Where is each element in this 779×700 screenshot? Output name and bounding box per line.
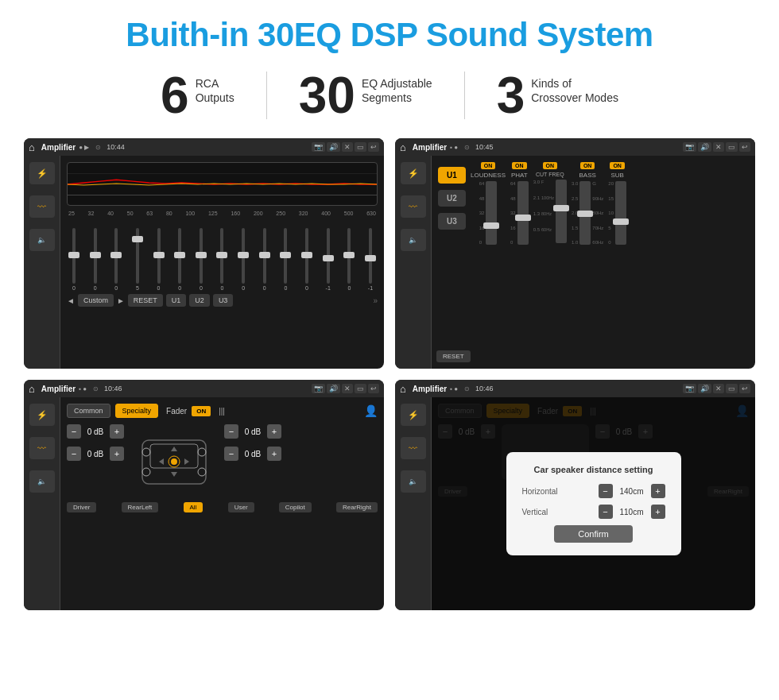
crossover-sidebar: ⚡ 〰 🔈 — [395, 156, 432, 369]
fader-pin: ⊙ — [93, 385, 99, 393]
all-btn[interactable]: All — [184, 502, 203, 512]
driver-btn[interactable]: Driver — [67, 502, 96, 512]
sub-slider[interactable] — [615, 181, 626, 245]
eq-slider-3[interactable]: 0 — [109, 228, 123, 291]
eq-slider-1[interactable]: 0 — [67, 228, 81, 291]
vertical-label: Vertical — [522, 508, 548, 516]
crossover-inner: U1 U2 U3 ON LOUDNESS 644832160 — [438, 162, 749, 362]
eq-next-arrow[interactable]: ► — [117, 296, 125, 305]
rearright-btn[interactable]: RearRight — [336, 502, 378, 512]
vertical-plus[interactable]: + — [651, 505, 665, 519]
cr-wave-btn[interactable]: 〰 — [401, 195, 426, 218]
dlg-back-icon: ↩ — [739, 384, 750, 393]
phat-slider[interactable] — [517, 181, 529, 245]
cutfreq-slider[interactable] — [556, 180, 567, 243]
dialog-layout: ⚡ 〰 🔈 Common Specialty Fader ON ||| 👤 — [395, 397, 755, 610]
vertical-control: − 110cm + — [599, 505, 665, 519]
eq-slider-13[interactable]: -1 — [321, 228, 335, 291]
eq-slider-12[interactable]: 0 — [300, 228, 314, 291]
eq-slider-8[interactable]: 0 — [215, 228, 229, 291]
loudness-slider[interactable] — [486, 181, 497, 245]
db4-plus[interactable]: + — [267, 447, 281, 461]
dialog-status-bar: ⌂ Amplifier ▪ ● ⊙ 10:46 📷 🔊 ✕ ▭ ↩ — [395, 380, 755, 397]
dialog-app-name: Amplifier — [413, 385, 447, 393]
eq-slider-2[interactable]: 0 — [88, 228, 103, 291]
db1-plus[interactable]: + — [110, 424, 124, 439]
dlg-close-icon: ✕ — [713, 384, 724, 393]
u3-btn[interactable]: U3 — [438, 213, 466, 230]
stats-row: 6 RCAOutputs 30 EQ AdjustableSegments 3 … — [24, 70, 755, 121]
eq-screen: ⌂ Amplifier ● ▶ ⊙ 10:44 📷 🔊 ✕ ▭ ↩ ⚡ 〰 🔈 — [24, 138, 384, 369]
copilot-btn[interactable]: Copilot — [279, 502, 312, 512]
eq-custom-btn[interactable]: Custom — [78, 294, 114, 307]
vertical-value: 110cm — [616, 508, 648, 516]
confirm-button[interactable]: Confirm — [554, 525, 633, 543]
window-icon: ▭ — [355, 142, 366, 152]
eq-filter-btn[interactable]: ⚡ — [29, 162, 55, 184]
bass-slider[interactable] — [579, 181, 591, 245]
db4-minus[interactable]: − — [224, 447, 238, 461]
eq-slider-10[interactable]: 0 — [258, 228, 272, 291]
db1-minus[interactable]: − — [67, 424, 81, 439]
dlg-filter-btn[interactable]: ⚡ — [401, 404, 426, 426]
crossover-reset-btn[interactable]: RESET — [436, 350, 471, 362]
eq-slider-15[interactable]: -1 — [363, 228, 378, 291]
crossover-top-icons: 📷 🔊 ✕ ▭ ↩ — [683, 142, 750, 152]
cr-speaker-btn[interactable]: 🔈 — [401, 229, 426, 251]
rearleft-btn[interactable]: RearLeft — [122, 502, 159, 512]
eq-slider-6[interactable]: 0 — [172, 228, 187, 291]
fader-on-toggle[interactable]: ON — [192, 406, 211, 416]
fader-label: Fader — [166, 407, 187, 416]
eq-slider-4[interactable]: 5 — [130, 228, 145, 291]
db2-plus[interactable]: + — [110, 447, 124, 461]
fd-speaker-btn[interactable]: 🔈 — [29, 470, 55, 493]
cr-filter-btn[interactable]: ⚡ — [401, 162, 426, 184]
svg-point-7 — [142, 468, 150, 476]
eq-slider-7[interactable]: 0 — [194, 228, 208, 291]
horizontal-plus[interactable]: + — [651, 484, 665, 498]
fader-mode-icons: ▪ ● — [79, 385, 87, 393]
common-tab[interactable]: Common — [67, 404, 110, 418]
cutfreq-group: ON CUT FREQ 3.02.11.30.5 F100Hz80Hz60Hz — [533, 162, 567, 362]
eq-slider-14[interactable]: 0 — [342, 228, 356, 291]
db3-minus[interactable]: − — [224, 424, 238, 439]
crossover-layout: ⚡ 〰 🔈 U1 U2 U3 — [395, 156, 755, 369]
vertical-minus[interactable]: − — [599, 505, 613, 519]
eq-u1-btn[interactable]: U1 — [166, 294, 187, 307]
dlg-wave-btn[interactable]: 〰 — [401, 437, 426, 459]
specialty-tab[interactable]: Specialty — [115, 404, 159, 418]
eq-slider-9[interactable]: 0 — [236, 228, 250, 291]
fd-filter-btn[interactable]: ⚡ — [29, 404, 55, 426]
eq-u3-btn[interactable]: U3 — [213, 294, 234, 307]
eq-reset-btn[interactable]: RESET — [128, 294, 163, 307]
eq-prev-arrow[interactable]: ◄ — [67, 296, 75, 305]
fader-sidebar: ⚡ 〰 🔈 — [24, 397, 60, 610]
crossover-screen: ⌂ Amplifier ▪ ● ⊙ 10:45 📷 🔊 ✕ ▭ ↩ ⚡ 〰 🔈 — [395, 138, 755, 369]
cr-back-icon: ↩ — [739, 142, 750, 152]
dialog-top-icons: 📷 🔊 ✕ ▭ ↩ — [683, 384, 750, 393]
db3-plus[interactable]: + — [267, 424, 281, 439]
eq-speaker-btn[interactable]: 🔈 — [29, 229, 55, 251]
stat-eq-number: 30 — [299, 70, 355, 121]
eq-mode-icons: ● ▶ — [79, 144, 89, 151]
crossover-status-bar: ⌂ Amplifier ▪ ● ⊙ 10:45 📷 🔊 ✕ ▭ ↩ — [395, 138, 755, 156]
eq-slider-11[interactable]: 0 — [278, 228, 293, 291]
svg-point-5 — [142, 448, 150, 456]
eq-u2-btn[interactable]: U2 — [189, 294, 210, 307]
u2-btn[interactable]: U2 — [438, 190, 466, 207]
user-btn[interactable]: User — [228, 502, 254, 512]
db2-minus[interactable]: − — [67, 447, 81, 461]
eq-wave-btn[interactable]: 〰 — [29, 195, 55, 218]
eq-sliders-row: 0 0 0 5 0 0 0 0 0 0 0 0 -1 0 -1 — [67, 219, 378, 291]
home-icon-2: ⌂ — [400, 141, 406, 153]
u1-btn[interactable]: U1 — [438, 167, 466, 184]
fd-wave-btn[interactable]: 〰 — [29, 437, 55, 459]
fader-top-icons: 📷 🔊 ✕ ▭ ↩ — [312, 384, 379, 393]
horizontal-minus[interactable]: − — [599, 484, 613, 498]
svg-marker-11 — [171, 447, 177, 451]
dlg-speaker-btn[interactable]: 🔈 — [401, 470, 426, 493]
u-buttons-col: U1 U2 U3 — [438, 162, 466, 362]
sub-group: ON SUB 20151050 — [608, 162, 626, 362]
screenshots-grid: ⌂ Amplifier ● ▶ ⊙ 10:44 📷 🔊 ✕ ▭ ↩ ⚡ 〰 🔈 — [24, 138, 755, 610]
eq-slider-5[interactable]: 0 — [152, 228, 166, 291]
